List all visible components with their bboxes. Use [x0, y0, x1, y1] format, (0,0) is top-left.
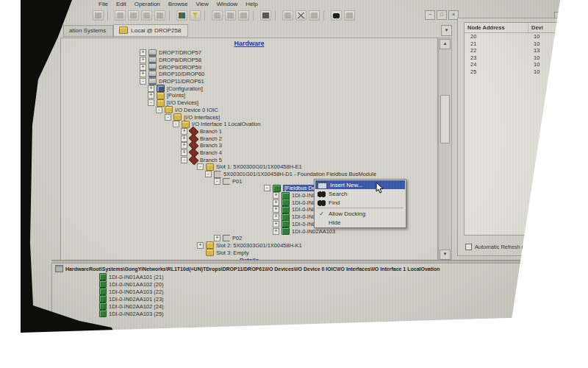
tree-item[interactable]: -5X00301G01/1X00458H-D1 - Foundation Fie…: [61, 171, 437, 178]
tree-expander[interactable]: +: [140, 49, 146, 56]
tree-item[interactable]: +Branch 1: [61, 128, 437, 135]
panel-title-hardware-link[interactable]: Hardware: [61, 40, 437, 47]
tree-expander[interactable]: +: [181, 142, 187, 149]
paste-button[interactable]: [154, 10, 165, 21]
table-row[interactable]: 2310: [465, 54, 582, 62]
tree-item[interactable]: -DROP11/DROP61: [61, 78, 437, 85]
device-list-item[interactable]: 1DI-0-IN01AA103 (22): [52, 288, 531, 295]
tree-expander[interactable]: +: [273, 213, 279, 220]
tree-item[interactable]: -Branch 5: [61, 156, 437, 163]
mdi-maximize-button[interactable]: □: [437, 10, 447, 20]
menu-operation[interactable]: Operation: [135, 1, 160, 7]
mdi-minimize-button[interactable]: −: [425, 10, 435, 20]
automatic-refresh-checkbox[interactable]: [465, 244, 472, 250]
filter-button[interactable]: [190, 10, 201, 21]
tree-expander[interactable]: -: [205, 171, 212, 177]
tree-expander[interactable]: +: [140, 57, 146, 63]
tree-item[interactable]: +Slot 2: 5X00303G01/1X00458H-K1: [61, 242, 437, 250]
tree-item[interactable]: Slot 3: Empty: [61, 249, 437, 256]
tree-expander[interactable]: +: [181, 128, 187, 135]
undo-button[interactable]: [115, 10, 126, 21]
palette-button[interactable]: [176, 10, 187, 21]
tree-item[interactable]: +DROP10/DROP60: [61, 71, 437, 78]
tree-item[interactable]: +[Points]: [61, 92, 437, 99]
tree-expander[interactable]: +: [148, 85, 154, 92]
column-header[interactable]: Node Address: [465, 23, 528, 32]
tab-scroll-dropdown[interactable]: ▾: [441, 25, 452, 36]
table-row[interactable]: 2010: [465, 33, 582, 40]
tree-expander[interactable]: +: [148, 92, 154, 99]
menu-item-insert-new-[interactable]: Insert New...: [315, 180, 405, 189]
zoom-button[interactable]: [282, 10, 293, 21]
menu-window[interactable]: Window: [217, 1, 237, 7]
menu-help[interactable]: Help: [245, 1, 257, 7]
tree-expander[interactable]: +: [197, 242, 204, 249]
tree-item[interactable]: -I/O Device 0 IOIC: [61, 107, 437, 114]
table-row[interactable]: 2213: [465, 47, 582, 54]
tree-item[interactable]: +P02: [61, 235, 437, 242]
print-button[interactable]: [93, 10, 104, 21]
open-button[interactable]: [212, 10, 223, 21]
tab-ation-systems[interactable]: ation Systems: [63, 25, 113, 37]
tree-expander[interactable]: +: [273, 228, 279, 235]
device-list-item[interactable]: 1DI-0-IN02AA101 (23): [52, 295, 531, 302]
tree-item[interactable]: -[I/O Interfaces]: [61, 113, 437, 121]
tree-expander[interactable]: -: [148, 99, 154, 106]
binoculars-button[interactable]: [331, 10, 342, 21]
delete-button[interactable]: [295, 10, 306, 21]
menu-view[interactable]: View: [196, 1, 209, 7]
tree-expander[interactable]: +: [214, 235, 220, 241]
tree-expander[interactable]: -: [214, 178, 220, 185]
device-list-root-row[interactable]: HardwareRoot\Systems\GongYiNetworks\RL1T…: [52, 263, 531, 273]
scroll-up-arrow[interactable]: ▲: [440, 39, 451, 49]
refresh-button[interactable]: [309, 10, 320, 21]
menu-browse[interactable]: Browse: [168, 1, 188, 7]
column-header[interactable]: Devi: [528, 23, 546, 32]
tree-item[interactable]: +DROP8/DROP58: [61, 57, 437, 64]
tree-item[interactable]: +Branch 3: [61, 142, 437, 149]
scroll-down-arrow[interactable]: ▼: [440, 250, 451, 260]
tree-expander[interactable]: -: [264, 185, 270, 191]
tree-expander[interactable]: -: [173, 121, 179, 127]
tree-expander[interactable]: -: [165, 114, 171, 121]
device-list-item[interactable]: 1DI-0-IN01AA101 (21): [52, 273, 531, 280]
menu-item-search[interactable]: Search: [315, 189, 405, 198]
tree-item[interactable]: +Branch 2: [61, 135, 437, 142]
device-list-item[interactable]: 1DI-0-IN02AA102 (24): [52, 302, 531, 310]
table-row[interactable]: 2110: [465, 40, 582, 48]
device-list-item[interactable]: 1DI-0-IN02AA103 (25): [52, 310, 531, 317]
tree-expander[interactable]: -: [156, 107, 162, 113]
save-button[interactable]: [225, 10, 236, 21]
menu-edit[interactable]: Edit: [116, 1, 126, 7]
copy-button[interactable]: [141, 10, 152, 21]
menu-item-find[interactable]: Find: [315, 198, 405, 207]
tab-local-drop258[interactable]: Local @ DROP258: [113, 24, 188, 37]
menu-item-hide[interactable]: Hide: [315, 218, 405, 227]
tree-expander[interactable]: +: [181, 149, 187, 156]
table-row[interactable]: 2410: [465, 61, 582, 68]
tree-item[interactable]: +[Configuration]: [61, 85, 437, 92]
tree-expander[interactable]: +: [140, 71, 146, 77]
tree-expander[interactable]: +: [273, 199, 279, 206]
menu-item-allow-docking[interactable]: ✓Allow Docking: [315, 209, 405, 218]
tree-item[interactable]: -Slot 1: 5X00300G01/1X00458H-E1: [61, 163, 437, 171]
tree-expander[interactable]: +: [181, 135, 187, 142]
tree-item[interactable]: +Branch 4: [61, 149, 437, 157]
table-row[interactable]: 2510: [465, 68, 582, 76]
menu-file[interactable]: File: [98, 1, 108, 7]
cut-button[interactable]: [128, 10, 139, 21]
scrollbar-thumb[interactable]: [440, 95, 450, 144]
tree-item[interactable]: -[I/O Devices]: [61, 99, 437, 107]
tree-vertical-scrollbar[interactable]: ▲ ▼: [438, 38, 452, 261]
tree-item[interactable]: +DROP7/DROP57: [61, 49, 437, 57]
tree-expander[interactable]: +: [273, 206, 279, 213]
tree-expander[interactable]: +: [273, 221, 279, 227]
tree-expander[interactable]: -: [197, 163, 204, 170]
tree-expander[interactable]: -: [181, 157, 187, 163]
tools-button[interactable]: [344, 10, 355, 21]
camera-button[interactable]: [260, 10, 271, 21]
paste2-button[interactable]: [238, 10, 249, 21]
tree-item[interactable]: -I/O Interface 1 LocalOvation: [61, 121, 437, 128]
tree-item[interactable]: +1DI-0-IN02AA103: [61, 227, 437, 235]
tree-expander[interactable]: +: [273, 192, 279, 199]
